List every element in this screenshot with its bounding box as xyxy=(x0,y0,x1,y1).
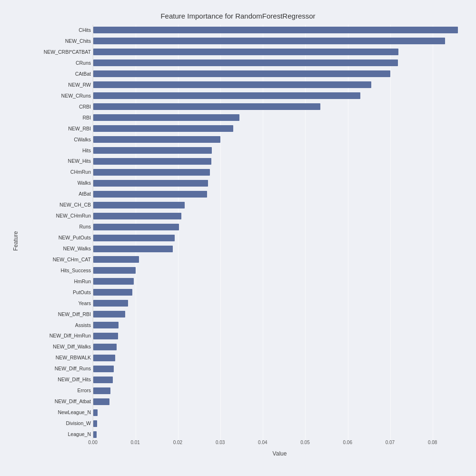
bar-row xyxy=(93,254,466,265)
bar xyxy=(93,333,118,339)
bar-row xyxy=(93,134,466,145)
feature-label: NEW_Diff_Hits xyxy=(19,377,91,382)
plot-area: CHitsNEW_ChitsNEW_CRBI*CATBATCRunsCAtBat… xyxy=(19,25,466,457)
bar-row xyxy=(93,25,466,36)
feature-label: NEW_CRuns xyxy=(19,93,91,99)
bar xyxy=(93,366,114,372)
bar-row xyxy=(93,331,466,342)
bar xyxy=(93,92,360,99)
bar-row xyxy=(93,167,466,178)
bar xyxy=(93,158,211,165)
feature-label: NEW_Chits xyxy=(19,39,91,44)
bar-row xyxy=(93,232,466,243)
feature-label: NEW_CRBI*CATBAT xyxy=(19,50,91,55)
bar xyxy=(93,49,398,55)
bar xyxy=(93,267,136,274)
feature-label: NEW_Diff_Runs xyxy=(19,366,91,371)
feature-labels: CHitsNEW_ChitsNEW_CRBI*CATBATCRunsCAtBat… xyxy=(19,25,93,440)
chart-container: Feature Importance for RandomForestRegre… xyxy=(0,0,476,476)
bar-row xyxy=(93,145,466,156)
bar xyxy=(93,278,134,285)
feature-label: NEW_Walks xyxy=(19,246,91,251)
bar xyxy=(93,60,398,66)
feature-label: NEW_CHmRun xyxy=(19,213,91,218)
bar xyxy=(93,431,97,438)
x-tick: 0.01 xyxy=(130,440,139,445)
bar xyxy=(93,289,132,296)
bar-row xyxy=(93,429,466,440)
bar-row xyxy=(93,101,466,112)
bar-row xyxy=(93,210,466,221)
bar xyxy=(93,125,233,132)
bar xyxy=(93,235,175,241)
bar xyxy=(93,246,173,252)
bar xyxy=(93,180,208,187)
bar-row xyxy=(93,188,466,199)
bar-row xyxy=(93,407,466,418)
bar xyxy=(93,136,220,143)
bar xyxy=(93,81,371,88)
bar-row xyxy=(93,287,466,298)
bar-row xyxy=(93,320,466,331)
bar xyxy=(93,409,98,416)
bar-row xyxy=(93,178,466,188)
bar xyxy=(93,38,445,44)
x-tick: 0.07 xyxy=(386,440,395,445)
bar xyxy=(93,355,115,361)
feature-label: Assists xyxy=(19,323,91,328)
bar-row xyxy=(93,199,466,210)
bar xyxy=(93,224,179,230)
bar xyxy=(93,213,181,219)
feature-label: Division_W xyxy=(19,421,91,426)
feature-label: NEW_Diff_Atbat xyxy=(19,399,91,404)
bar-row xyxy=(93,58,466,69)
x-tick: 0.03 xyxy=(216,440,225,445)
bar-row xyxy=(93,243,466,254)
bar-row xyxy=(93,79,466,90)
bar-row xyxy=(93,47,466,58)
bars-container xyxy=(93,25,466,440)
bar xyxy=(93,420,97,427)
x-axis-label: Value xyxy=(93,450,466,457)
feature-label: NEW_Diff_Walks xyxy=(19,344,91,349)
bar-row xyxy=(93,375,466,386)
bar-row xyxy=(93,265,466,276)
feature-label: HmRun xyxy=(19,279,91,284)
feature-label: CHmRun xyxy=(19,169,91,175)
bar-row xyxy=(93,276,466,287)
chart-body: Feature CHitsNEW_ChitsNEW_CRBI*CATBATCRu… xyxy=(10,25,466,457)
bar xyxy=(93,398,109,405)
x-axis-wrapper: 0.000.010.020.030.040.050.060.070.08 xyxy=(93,440,466,449)
bar xyxy=(93,311,125,317)
feature-label: Errors xyxy=(19,388,91,393)
x-tick: 0.02 xyxy=(173,440,182,445)
feature-label: Walks xyxy=(19,180,91,186)
y-axis-label: Feature xyxy=(10,25,19,457)
chart-title: Feature Importance for RandomForestRegre… xyxy=(10,10,466,20)
bar-row xyxy=(93,156,466,167)
bar xyxy=(93,256,139,263)
feature-label: Hits_Success xyxy=(19,268,91,273)
bar xyxy=(93,70,390,77)
feature-label: NEW_CHm_CAT xyxy=(19,257,91,262)
bar xyxy=(93,300,128,307)
feature-label: NEW_CH_CB xyxy=(19,202,91,208)
feature-label: CHits xyxy=(19,28,91,33)
feature-label: Years xyxy=(19,301,91,306)
x-tick: 0.04 xyxy=(258,440,267,445)
feature-label: Hits xyxy=(19,148,91,153)
bar-row xyxy=(93,309,466,320)
feature-label: RBI xyxy=(19,115,91,120)
bar xyxy=(93,202,185,208)
bar xyxy=(93,169,210,176)
x-tick: 0.00 xyxy=(88,440,97,445)
feature-label: NEW_RBI xyxy=(19,126,91,131)
x-tick: 0.08 xyxy=(428,440,437,445)
feature-label: CRuns xyxy=(19,60,91,66)
bar-row xyxy=(93,385,466,396)
feature-label: CAtBat xyxy=(19,71,91,77)
bar xyxy=(93,322,119,328)
bar-row xyxy=(93,36,466,47)
bar-row xyxy=(93,364,466,375)
feature-label: NEW_RW xyxy=(19,82,91,88)
